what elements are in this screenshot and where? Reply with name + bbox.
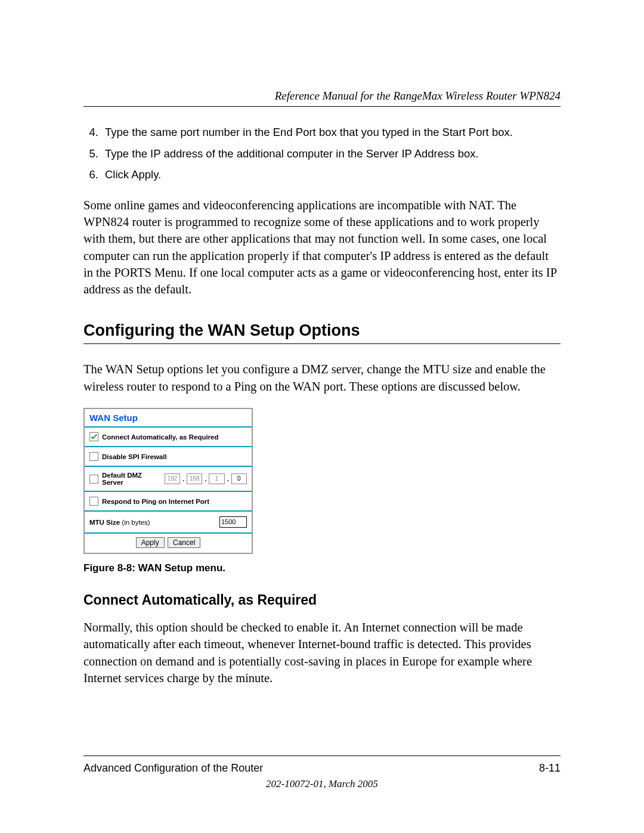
dot-icon: . xyxy=(205,475,206,482)
wan-setup-title: WAN Setup xyxy=(85,409,252,428)
step-6: Click Apply. xyxy=(101,166,561,184)
section-intro: The WAN Setup options let you configure … xyxy=(83,361,561,395)
footer-doc-id: 202-10072-01, March 2005 xyxy=(83,778,561,790)
mtu-label-paren: (in bytes) xyxy=(122,519,150,526)
dmz-octet-4[interactable]: 0 xyxy=(231,473,247,484)
mtu-input[interactable]: 1500 xyxy=(219,516,247,528)
subsection-body: Normally, this option should be checked … xyxy=(83,619,561,686)
dmz-label: Default DMZ Server xyxy=(102,472,161,486)
footer-rule xyxy=(83,755,561,756)
dmz-octet-2[interactable]: 168 xyxy=(187,473,202,484)
page-footer: Advanced Configuration of the Router 8-1… xyxy=(83,755,561,790)
dot-icon: . xyxy=(227,475,229,482)
section-heading: Configuring the WAN Setup Options xyxy=(83,321,561,340)
wan-setup-panel: WAN Setup Connect Automatically, as Requ… xyxy=(83,408,253,554)
dmz-checkbox[interactable] xyxy=(89,475,98,484)
mtu-label: MTU Size (in bytes) xyxy=(89,519,150,526)
cancel-button[interactable]: Cancel xyxy=(168,537,200,548)
row-disable-spi: Disable SPI Firewall xyxy=(85,447,252,467)
mtu-label-text: MTU Size xyxy=(89,519,120,526)
connect-auto-checkbox[interactable] xyxy=(89,432,98,441)
respond-ping-checkbox[interactable] xyxy=(89,497,98,506)
disable-spi-label: Disable SPI Firewall xyxy=(102,453,167,460)
row-respond-ping: Respond to Ping on Internet Port xyxy=(85,492,252,512)
header-rule xyxy=(83,106,561,107)
step-5: Type the IP address of the additional co… xyxy=(101,145,561,163)
step-4: Type the same port number in the End Por… xyxy=(101,123,561,141)
paragraph-nat: Some online games and videoconferencing … xyxy=(83,197,561,298)
footer-page-number: 8-11 xyxy=(539,762,561,775)
section-rule xyxy=(83,343,561,344)
connect-auto-label: Connect Automatically, as Required xyxy=(102,433,219,441)
running-header: Reference Manual for the RangeMax Wirele… xyxy=(83,89,561,103)
respond-ping-label: Respond to Ping on Internet Port xyxy=(102,498,209,505)
footer-left: Advanced Configuration of the Router xyxy=(83,762,263,775)
disable-spi-checkbox[interactable] xyxy=(89,452,98,461)
dmz-octet-3[interactable]: 1 xyxy=(209,473,224,484)
page: Reference Manual for the RangeMax Wirele… xyxy=(0,0,644,833)
footer-row: Advanced Configuration of the Router 8-1… xyxy=(83,762,561,775)
figure-caption: Figure 8-8: WAN Setup menu. xyxy=(83,562,561,574)
row-dmz: Default DMZ Server 192 . 168 . 1 . 0 xyxy=(85,467,252,492)
dmz-octet-1[interactable]: 192 xyxy=(165,473,180,484)
check-icon xyxy=(91,433,97,440)
wan-buttons: Apply Cancel xyxy=(85,534,252,553)
row-mtu: MTU Size (in bytes) 1500 xyxy=(85,512,252,534)
numbered-steps: Type the same port number in the End Por… xyxy=(83,123,561,184)
row-connect-auto: Connect Automatically, as Required xyxy=(85,428,252,447)
apply-button[interactable]: Apply xyxy=(136,537,165,548)
subsection-heading: Connect Automatically, as Required xyxy=(83,592,561,608)
dot-icon: . xyxy=(182,475,184,482)
